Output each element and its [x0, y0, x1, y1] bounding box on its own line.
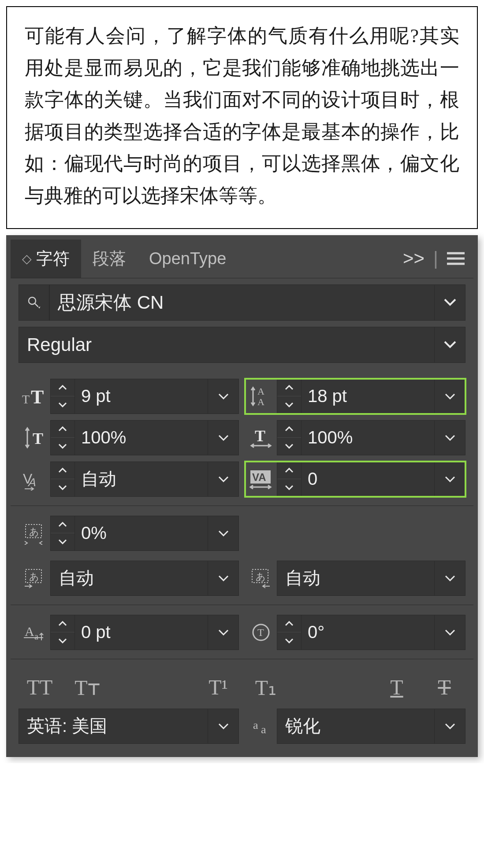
- down-arrow-icon[interactable]: [51, 396, 74, 414]
- svg-text:T: T: [257, 627, 264, 638]
- tracking-spinner[interactable]: [277, 462, 302, 497]
- superscript-button[interactable]: T¹: [201, 675, 236, 699]
- baseline-shift-dropdown[interactable]: [208, 615, 239, 650]
- horizontal-scale-icon: T: [245, 420, 277, 455]
- tsume-spinner[interactable]: [50, 516, 75, 551]
- horiz-scale-spinner[interactable]: [277, 420, 302, 455]
- strikethrough-button[interactable]: T: [427, 675, 462, 699]
- antialias-dropdown[interactable]: [435, 709, 465, 744]
- svg-text:T: T: [31, 386, 44, 407]
- up-arrow-icon[interactable]: [277, 379, 301, 397]
- tracking-field: VA 0: [245, 462, 465, 497]
- kerning-field: VA 自动: [19, 462, 239, 497]
- kerning-dropdown[interactable]: [208, 462, 239, 497]
- underline-button[interactable]: T: [379, 675, 414, 699]
- up-arrow-icon[interactable]: [51, 615, 74, 633]
- leading-icon: AA: [245, 379, 277, 414]
- text-style-row: TT Tᴛ T¹ T₁ T T: [11, 662, 473, 704]
- language-dropdown[interactable]: [208, 709, 239, 744]
- svg-text:あ: あ: [256, 571, 266, 582]
- vertical-scale-input[interactable]: 100%: [75, 420, 208, 455]
- down-arrow-icon[interactable]: [277, 438, 301, 455]
- tab-character[interactable]: ◇ 字符: [11, 240, 81, 278]
- font-size-input[interactable]: 9 pt: [75, 379, 208, 414]
- font-weight-input[interactable]: Regular: [19, 327, 435, 363]
- down-arrow-icon[interactable]: [51, 632, 74, 650]
- tab-paragraph[interactable]: 段落: [81, 240, 138, 278]
- sample-text: 可能有人会问，了解字体的气质有什么用呢?其实用处是显而易见的，它是我们能够准确地…: [25, 25, 459, 207]
- baseline-spinner[interactable]: [50, 615, 75, 650]
- font-size-spinner[interactable]: [50, 379, 75, 414]
- vertical-scale-field: T 100%: [19, 420, 239, 455]
- search-font-icon[interactable]: [19, 284, 49, 321]
- horizontal-scale-dropdown[interactable]: [435, 420, 465, 455]
- leading-input[interactable]: 18 pt: [302, 379, 435, 414]
- rotation-input[interactable]: 0°: [302, 615, 435, 650]
- tab-opentype-label: OpenType: [149, 249, 226, 268]
- down-arrow-icon[interactable]: [277, 479, 301, 496]
- tracking-dropdown[interactable]: [435, 462, 465, 497]
- kerning-spinner[interactable]: [50, 462, 75, 497]
- all-caps-button[interactable]: TT: [22, 675, 57, 699]
- down-arrow-icon[interactable]: [277, 396, 301, 414]
- up-arrow-icon[interactable]: [51, 421, 74, 438]
- antialias-icon: aa: [245, 709, 277, 744]
- tsume-input[interactable]: 0%: [75, 516, 208, 551]
- font-family-row: 思源宋体 CN: [19, 284, 465, 321]
- font-size-dropdown[interactable]: [208, 379, 239, 414]
- language-field: 英语: 美国: [19, 709, 239, 744]
- vertical-scale-dropdown[interactable]: [208, 420, 239, 455]
- aki-left-icon: あ: [19, 561, 50, 596]
- tab-opentype[interactable]: OpenType: [138, 240, 238, 278]
- font-family-dropdown[interactable]: [435, 284, 465, 321]
- down-arrow-icon[interactable]: [277, 632, 301, 650]
- character-panel: ◇ 字符 段落 OpenType >> | 思源宋体 CN: [6, 235, 478, 757]
- tabs-more-button[interactable]: >>: [403, 248, 424, 269]
- rotation-spinner[interactable]: [277, 615, 302, 650]
- up-arrow-icon[interactable]: [51, 379, 74, 397]
- aki-left-dropdown[interactable]: [208, 561, 239, 596]
- down-arrow-icon[interactable]: [51, 533, 74, 550]
- font-size-icon: TT: [19, 379, 50, 414]
- horizontal-scale-field: T 100%: [245, 420, 465, 455]
- sample-text-block: 可能有人会问，了解字体的气质有什么用呢?其实用处是显而易见的，它是我们能够准确地…: [6, 6, 478, 229]
- subscript-button[interactable]: T₁: [248, 675, 283, 700]
- small-caps-button[interactable]: Tᴛ: [70, 675, 105, 700]
- leading-spinner[interactable]: [277, 379, 302, 414]
- aki-left-input[interactable]: 自动: [50, 561, 208, 596]
- tsume-dropdown[interactable]: [208, 516, 239, 551]
- down-arrow-icon[interactable]: [51, 479, 74, 496]
- svg-text:A: A: [257, 386, 264, 397]
- tracking-input[interactable]: 0: [302, 462, 435, 497]
- font-weight-dropdown[interactable]: [435, 327, 465, 363]
- down-arrow-icon[interactable]: [51, 438, 74, 455]
- up-arrow-icon[interactable]: [51, 516, 74, 534]
- aki-right-dropdown[interactable]: [435, 561, 465, 596]
- tsume-field: あ 0%: [19, 516, 239, 551]
- svg-text:T: T: [22, 392, 30, 406]
- kerning-input[interactable]: 自动: [75, 462, 208, 497]
- leading-field: AA 18 pt: [245, 379, 465, 414]
- svg-text:a: a: [253, 719, 258, 731]
- tab-character-label: 字符: [36, 247, 70, 270]
- up-arrow-icon[interactable]: [277, 462, 301, 480]
- svg-text:a: a: [261, 723, 266, 736]
- antialias-field: aa 锐化: [245, 709, 465, 744]
- rotation-field: T 0°: [245, 615, 465, 650]
- language-select[interactable]: 英语: 美国: [19, 709, 208, 744]
- baseline-shift-input[interactable]: 0 pt: [75, 615, 208, 650]
- up-arrow-icon[interactable]: [277, 421, 301, 438]
- up-arrow-icon[interactable]: [51, 462, 74, 480]
- font-weight-value: Regular: [27, 334, 92, 355]
- rotation-dropdown[interactable]: [435, 615, 465, 650]
- kerning-icon: VA: [19, 462, 50, 497]
- panel-menu-icon[interactable]: [447, 252, 465, 265]
- aki-right-input[interactable]: 自动: [277, 561, 435, 596]
- horizontal-scale-input[interactable]: 100%: [302, 420, 435, 455]
- up-arrow-icon[interactable]: [277, 615, 301, 633]
- vert-scale-spinner[interactable]: [50, 420, 75, 455]
- font-family-input[interactable]: 思源宋体 CN: [49, 284, 435, 321]
- aki-left-field: あ 自动: [19, 561, 239, 596]
- antialias-select[interactable]: 锐化: [277, 709, 435, 744]
- leading-dropdown[interactable]: [435, 379, 465, 414]
